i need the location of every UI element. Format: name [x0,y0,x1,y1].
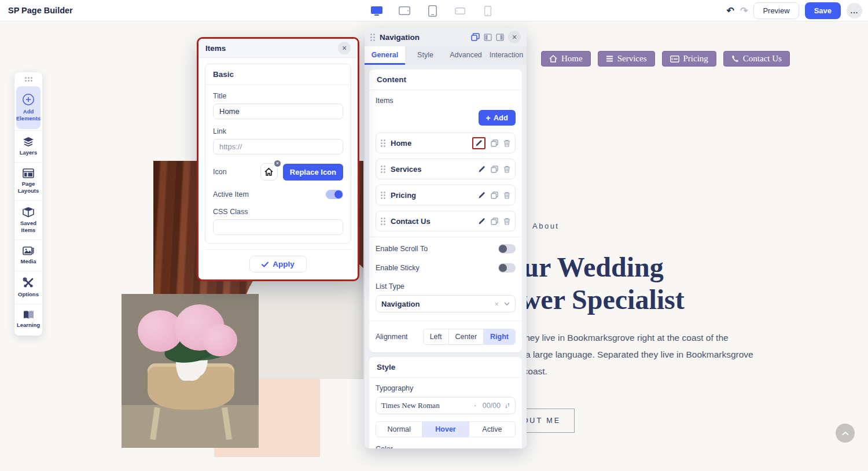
list-type-dropdown[interactable]: Navigation × [376,295,516,312]
basic-section-title: Basic [205,64,351,85]
title-input[interactable] [213,104,343,119]
tab-interaction[interactable]: Interaction [486,46,527,65]
duplicate-icon[interactable] [491,139,498,147]
tab-advanced[interactable]: Advanced [446,46,486,65]
nav-item-row-services: Services [376,159,516,179]
annotation-red-box [472,137,486,149]
site-navigation: Home Services Pricing Contact Us [541,51,790,67]
sidebar-item-learning[interactable]: Learning [14,304,42,334]
topbar-actions: ↶ ↷ Preview Save ... [727,0,862,21]
align-right-option[interactable]: Right [483,329,515,344]
home-icon [264,168,273,176]
apply-label: Apply [273,260,295,268]
edit-pencil-icon[interactable] [475,139,483,147]
delete-trash-icon[interactable] [503,218,510,225]
enable-scroll-toggle[interactable] [498,244,516,253]
edit-pencil-icon[interactable] [478,192,486,199]
plus-icon: + [486,114,491,122]
align-center-option[interactable]: Center [448,329,484,344]
panel-close-button[interactable]: × [508,31,521,43]
responsive-device-switcher [370,0,494,21]
tablet-portrait-device-icon[interactable] [426,5,439,17]
edit-pencil-icon[interactable] [478,218,486,225]
sidebar-item-media[interactable]: Media [14,240,42,271]
drag-dots-icon[interactable] [381,165,385,173]
sidebar-item-options[interactable]: Options [14,271,42,304]
site-nav-contact-button[interactable]: Contact Us [723,51,790,67]
icon-field-label: Icon [213,168,260,176]
nav-item-label: Services [391,165,478,174]
phone-landscape-device-icon[interactable] [454,5,466,17]
panel-drag-handle[interactable] [370,34,375,41]
state-tab-normal[interactable]: Normal [376,422,422,437]
tools-icon [23,277,34,289]
dock-right-icon[interactable] [496,34,504,41]
items-edit-modal: Items × Basic Title Link Icon × [197,37,359,281]
sidebar-item-saved-items[interactable]: Saved Items [14,200,42,240]
site-nav-services-button[interactable]: Services [598,51,655,67]
redo-icon[interactable]: ↷ [740,6,748,16]
state-tab-hover[interactable]: Hover [422,422,468,437]
drag-dots-icon[interactable] [381,192,385,199]
drag-dots-icon[interactable] [381,218,385,225]
about-eyebrow-label: About [532,222,559,230]
desktop-device-icon[interactable] [370,5,383,17]
items-label: Items [376,97,516,105]
alignment-label: Alignment [376,333,408,341]
tablet-landscape-device-icon[interactable] [398,5,411,17]
edit-pencil-icon[interactable] [478,165,486,173]
preview-button[interactable]: Preview [753,2,799,19]
delete-trash-icon[interactable] [503,192,510,199]
sidebar-item-layers[interactable]: Layers [14,130,42,162]
typography-control[interactable]: Times New Roman · 00/00 [376,397,516,414]
sidebar-drag-handle[interactable] [14,72,42,85]
sidebar-item-add-elements[interactable]: Add Elements [16,86,41,129]
panel-header: Navigation × [365,28,527,46]
basic-fields-card: Basic Title Link Icon × Replace Icon [205,64,351,244]
more-options-button[interactable]: ... [847,3,862,19]
css-class-input[interactable] [213,219,343,235]
tab-style[interactable]: Style [405,46,446,65]
save-button[interactable]: Save [805,2,841,19]
link-input[interactable] [213,139,343,154]
duplicate-icon[interactable] [491,218,498,225]
phone-portrait-device-icon[interactable] [481,5,494,17]
sidebar-item-page-layouts[interactable]: Page Layouts [14,162,42,200]
media-image-icon [23,246,35,256]
undo-icon[interactable]: ↶ [727,6,734,16]
tab-general[interactable]: General [365,46,405,65]
drag-dots-icon[interactable] [381,139,385,147]
delete-trash-icon[interactable] [503,165,510,173]
delete-trash-icon[interactable] [503,139,510,147]
site-nav-pricing-button[interactable]: Pricing [662,51,716,67]
css-class-label: CSS Class [213,208,343,216]
site-nav-home-button[interactable]: Home [541,51,591,67]
active-item-toggle[interactable] [326,190,343,199]
enable-sticky-toggle[interactable] [498,263,516,273]
builder-topbar: SP Page Builder ↶ ↷ Preview Save ... [0,0,868,21]
state-tab-active[interactable]: Active [469,422,515,437]
duplicate-icon[interactable] [491,192,498,199]
book-icon [23,310,35,319]
layers-icon [23,137,34,147]
duplicate-icon[interactable] [491,165,498,173]
typography-label: Typography [376,384,516,392]
scroll-to-top-button[interactable] [836,424,855,443]
modal-header: Items × [198,39,358,58]
dock-left-icon[interactable] [484,34,492,41]
menu-icon [606,56,613,62]
sidebar-item-label: Saved Items [16,220,41,234]
clear-selection-icon[interactable]: × [494,300,499,308]
add-item-button[interactable]: + Add [479,110,516,126]
alignment-segmented-control: Left Center Right [423,329,516,345]
modal-close-button[interactable]: × [338,42,351,54]
chevron-down-icon [504,302,510,306]
apply-button[interactable]: Apply [249,256,307,273]
plus-circle-icon [22,93,35,106]
replace-icon-button[interactable]: Replace Icon [283,164,343,181]
active-item-label: Active Item [213,190,249,198]
typography-size-value: 00/00 [483,402,501,410]
float-panel-icon[interactable] [471,33,480,41]
align-left-option[interactable]: Left [424,329,448,344]
remove-icon-badge[interactable]: × [273,159,282,168]
